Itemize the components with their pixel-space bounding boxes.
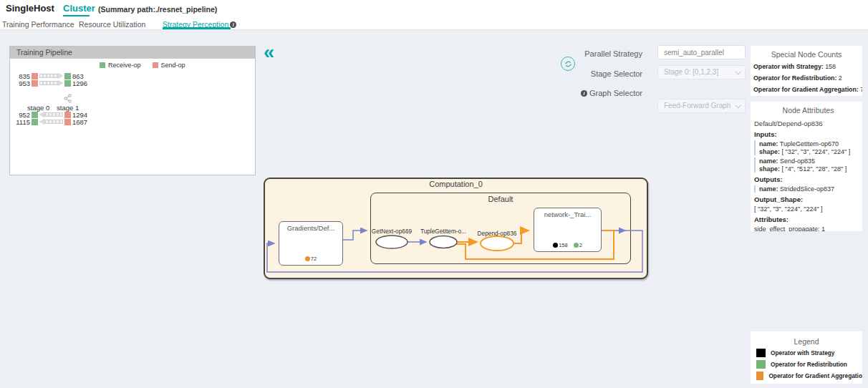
black-dot-icon [553,243,558,248]
count-value: 2 [839,74,842,82]
redistribution-label: Operator for Redistribution [771,361,847,368]
cluster-active-underline [63,15,90,16]
depend-node[interactable] [481,236,513,251]
network-node[interactable]: network-_Trai... 158 2 [534,208,602,252]
legend-title: Legend [751,337,862,346]
training-pipeline-body: Receive-op Send-op 835 863 953 1296 [10,59,255,175]
chevron-down-icon [735,69,741,74]
send-op-id: 1687 [72,118,87,126]
graph-selector-label: i Graph Selector [544,88,642,97]
count-operator-gradient-aggregation: Operator for Gradient Aggregation: 72 [753,86,859,93]
selected-node-name: Default/Depend-op836 [754,120,862,127]
training-pipeline-panel: Training Pipeline Receive-op Send-op 835… [9,46,256,175]
count-value: 158 [825,63,836,70]
name-key: name: [759,185,778,193]
special-node-counts-panel: Special Node Counts Operator with Strate… [751,46,862,96]
send-op-square [64,112,71,118]
send-op-swatch [153,62,158,68]
receive-op-square [32,112,38,118]
parallel-strategy-label-text: Parallel Strategy [584,49,642,58]
count-label: Operator for Redistribution: [753,74,836,82]
legend-send-op: Send-op [153,62,185,69]
count-label: Operator with Strategy: [753,63,824,70]
computation-graph: Computation_0 Default GetNext-op669 Tupl… [264,178,648,279]
receive-op-square [32,119,38,125]
send-arrow-right-icon [39,73,63,79]
orange-dot-icon [305,256,310,261]
aggregation-swatch [756,372,763,380]
depend-node-label: Depend-op836 [461,230,533,237]
pipeline-legend: Receive-op Send-op [100,62,185,69]
input-shape: [ "32", "3", "224", "224" ] [782,148,851,155]
legend-panel: Legend Operator with Strategy Operator f… [751,331,862,384]
strategy-swatch [756,349,766,357]
tab-resource-utilization[interactable]: Resource Utilization [79,20,145,29]
info-icon[interactable]: i [581,90,587,97]
node-attributes-panel: Node Attributes Default/Depend-op836 Inp… [751,102,862,231]
pipeline-row-forward-2: 953 1296 [14,79,87,87]
count-operator-redistribution: Operator for Redistribution: 2 [753,74,859,82]
chevron-down-icon [735,102,741,108]
aggregation-count: 72 [311,256,317,262]
strategy-count-badge: 158 [553,242,568,248]
info-icon[interactable]: i [230,21,236,28]
send-op-id: 953 [14,79,30,87]
stage-selector-value: Stage 0: [0,1,2,3] [664,68,718,76]
strategy-count: 158 [559,242,568,248]
input-item: name: Send-op835 shape: [ "4", "512", "2… [754,157,862,173]
output-shape-section-label: Output_Shape: [754,195,862,203]
input-name: TupleGetItem-op670 [780,140,839,147]
receive-op-id: 1296 [72,79,87,87]
graph-selector-dropdown[interactable]: Feed-Forward Graph [657,99,746,113]
gradients-node[interactable]: Gradients/Def... 72 [279,221,343,266]
redistribution-swatch [756,360,766,369]
receive-op-square [64,80,71,87]
tab-cluster[interactable]: Cluster [63,3,95,14]
getnext-node[interactable] [376,236,408,248]
send-op-square [32,73,38,79]
send-op-square [64,119,71,125]
stage-selector-label-text: Stage Selector [591,69,642,78]
legend-receive-op: Receive-op [100,62,141,69]
redistribution-count: 2 [579,242,582,248]
parallel-strategy-label: Parallel Strategy [544,49,642,58]
input-name: Send-op835 [780,157,815,165]
tab-singlehost[interactable]: SingleHost [6,3,54,14]
legend-item-strategy: Operator with Strategy [756,349,862,357]
receive-op-id: 1115 [14,118,30,126]
aggregation-count-badge: 72 [305,256,317,262]
special-node-counts-title: Special Node Counts [753,50,859,59]
tab-training-performance[interactable]: Training Performance [2,20,74,29]
shape-key: shape: [759,148,780,155]
receive-op-square [64,73,71,79]
stage-link-icon [64,94,72,103]
summary-path: (Summary path:./resnet_pipeline) [98,5,217,14]
collapse-panel-icon[interactable]: « [264,42,274,63]
node-attributes-title: Node Attributes [754,106,862,115]
network-node-label: network-_Trai... [534,210,601,218]
attributes-section-label: Attributes: [754,215,862,223]
stage-selector-dropdown[interactable]: Stage 0: [0,1,2,3] [657,65,746,79]
receive-op-label: Receive-op [108,62,141,69]
top-bar: SingleHost Cluster (Summary path:./resne… [0,0,868,30]
gradients-node-label: Gradients/Def... [279,224,342,232]
tuplegetitem-node[interactable] [430,236,457,248]
legend-item-aggregation: Operator for Gradient Aggregatio [756,372,862,380]
green-dot-icon [574,243,579,248]
outputs-section-label: Outputs: [754,175,862,183]
name-key: name: [759,157,778,165]
input-item: name: TupleGetItem-op670 shape: [ "32", … [754,140,862,155]
send-arrow-right-icon [39,80,63,86]
parallel-strategy-input[interactable] [657,45,746,59]
aggregation-label: Operator for Gradient Aggregatio [768,372,862,379]
pipeline-row-forward-1: 835 863 [14,72,84,79]
pipeline-row-backward-2: 1115 1687 [14,118,87,125]
graph-selector-value: Feed-Forward Graph [664,102,730,110]
count-label: Operator for Gradient Aggregation: [753,86,859,93]
graph-selector-label-text: Graph Selector [589,89,642,97]
send-op-label: Send-op [161,62,185,69]
input-shape: [ "4", "512", "28", "28" ] [782,165,847,173]
name-key: name: [759,140,778,147]
output-item: name: StridedSlice-op837 [754,185,862,193]
send-arrow-left-icon [39,119,63,125]
